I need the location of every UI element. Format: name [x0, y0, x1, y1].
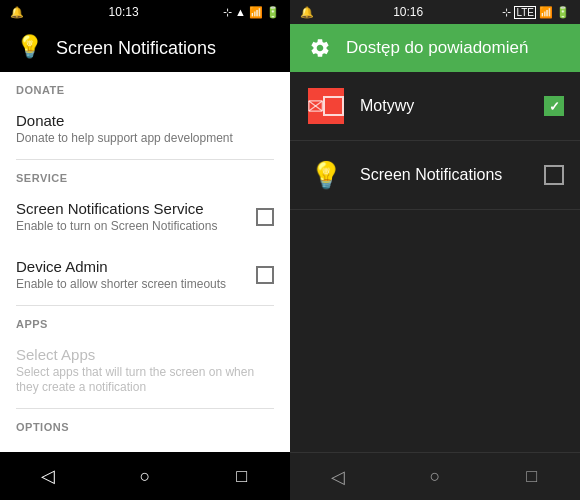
donate-section-header: DONATE — [0, 72, 290, 100]
right-content: Motywy ✓ 💡 Screen Notifications — [290, 72, 580, 452]
da-title: Device Admin — [16, 258, 248, 275]
sns-subtitle: Enable to turn on Screen Notifications — [16, 219, 248, 235]
screen-notifications-checkbox[interactable] — [544, 165, 564, 185]
left-app-title: Screen Notifications — [56, 38, 216, 59]
left-time: 10:13 — [109, 5, 139, 19]
battery-icon: 🔋 — [266, 6, 280, 19]
da-subtitle: Enable to allow shorter screen timeouts — [16, 277, 248, 293]
left-status-icons: ⊹ ▲ 📶 🔋 — [223, 6, 280, 19]
right-battery-icon: 🔋 — [556, 6, 570, 19]
screen-notifications-name: Screen Notifications — [360, 166, 544, 184]
left-navbar: ◁ ○ □ — [0, 452, 290, 500]
right-toolbar: Dostęp do powiadomień — [290, 24, 580, 72]
device-admin-item[interactable]: Device Admin Enable to allow shorter scr… — [0, 246, 290, 305]
apps-section-header: APPS — [0, 306, 290, 334]
right-lte-icon: LTE — [514, 6, 536, 19]
left-notification-icon: 🔔 — [10, 6, 24, 19]
right-recent-button[interactable]: □ — [508, 453, 556, 501]
motywy-checkmark: ✓ — [549, 99, 560, 114]
right-bluetooth-icon: ⊹ — [502, 6, 511, 19]
left-panel: 🔔 10:13 ⊹ ▲ 📶 🔋 💡 Screen Notifications D… — [0, 0, 290, 500]
da-text-block: Device Admin Enable to allow shorter scr… — [16, 258, 248, 293]
right-wifi-icon: 📶 — [539, 6, 553, 19]
screen-notifications-service-item[interactable]: Screen Notifications Service Enable to t… — [0, 188, 290, 247]
screen-wake-item: Screen wake length Device Admin option m… — [0, 437, 290, 452]
signal-icon: ▲ — [235, 6, 246, 18]
sns-text-block: Screen Notifications Service Enable to t… — [16, 200, 248, 235]
screen-notifications-icon: 💡 — [306, 155, 346, 195]
back-button[interactable]: ◁ — [24, 452, 72, 500]
right-home-button[interactable]: ○ — [411, 453, 459, 501]
right-notification-icon: 🔔 — [300, 6, 314, 19]
wifi-icon: 📶 — [249, 6, 263, 19]
right-navbar: ◁ ○ □ — [290, 452, 580, 500]
da-checkbox[interactable] — [256, 266, 274, 284]
right-time: 10:16 — [393, 5, 423, 19]
left-toolbar: 💡 Screen Notifications — [0, 24, 290, 72]
screen-notifications-item[interactable]: 💡 Screen Notifications — [290, 141, 580, 210]
right-statusbar: 🔔 10:16 ⊹ LTE 📶 🔋 — [290, 0, 580, 24]
gear-icon — [306, 34, 334, 62]
motywy-checkbox[interactable]: ✓ — [544, 96, 564, 116]
right-status-icons: ⊹ LTE 📶 🔋 — [502, 6, 570, 19]
sa-text-block: Select Apps Select apps that will turn t… — [16, 346, 274, 396]
motywy-icon — [306, 86, 346, 126]
motywy-item[interactable]: Motywy ✓ — [290, 72, 580, 141]
home-button[interactable]: ○ — [121, 452, 169, 500]
donate-subtitle: Donate to help support app development — [16, 131, 274, 147]
right-panel: 🔔 10:16 ⊹ LTE 📶 🔋 Dostęp do powiadomień — [290, 0, 580, 500]
left-content: DONATE Donate Donate to help support app… — [0, 72, 290, 452]
left-statusbar: 🔔 10:13 ⊹ ▲ 📶 🔋 — [0, 0, 290, 24]
donate-text-block: Donate Donate to help support app develo… — [16, 112, 274, 147]
sa-title: Select Apps — [16, 346, 274, 363]
bluetooth-icon: ⊹ — [223, 6, 232, 19]
sns-title: Screen Notifications Service — [16, 200, 248, 217]
options-section-header: OPTIONS — [0, 409, 290, 437]
motywy-name: Motywy — [360, 97, 544, 115]
donate-item[interactable]: Donate Donate to help support app develo… — [0, 100, 290, 159]
select-apps-item: Select Apps Select apps that will turn t… — [0, 334, 290, 408]
sa-subtitle: Select apps that will turn the screen on… — [16, 365, 274, 396]
recent-button[interactable]: □ — [218, 452, 266, 500]
donate-title: Donate — [16, 112, 274, 129]
app-bulb-icon: 💡 — [16, 34, 44, 62]
service-section-header: SERVICE — [0, 160, 290, 188]
right-back-button[interactable]: ◁ — [314, 453, 362, 501]
sns-checkbox[interactable] — [256, 208, 274, 226]
right-toolbar-title: Dostęp do powiadomień — [346, 38, 528, 58]
